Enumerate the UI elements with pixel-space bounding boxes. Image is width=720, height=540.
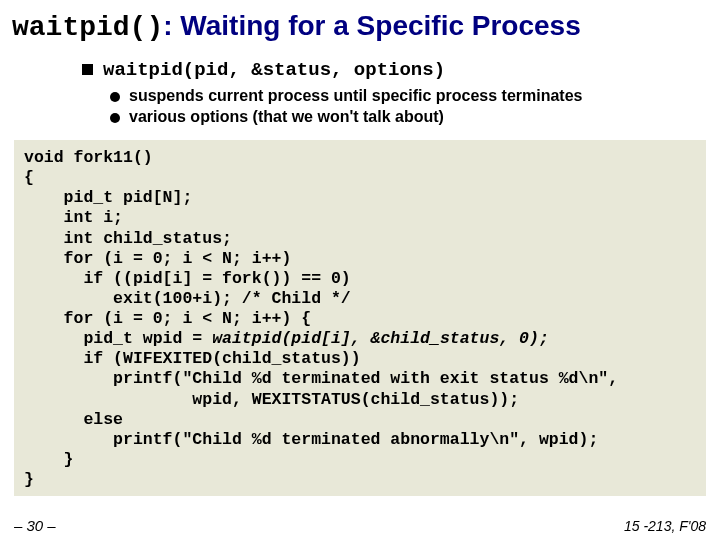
bullet-level-2: various options (that we won't talk abou… <box>110 108 708 126</box>
bullet-sub2-text: various options (that we won't talk abou… <box>129 108 444 126</box>
bullet-sub1-text: suspends current process until specific … <box>129 87 583 105</box>
bullet-level-1: waitpid(pid, &status, options) <box>82 59 708 81</box>
page-number: – 30 – <box>14 517 56 534</box>
round-bullet-icon <box>110 92 120 102</box>
code-content: void fork11() { pid_t pid[N]; int i; int… <box>24 148 618 489</box>
code-block: void fork11() { pid_t pid[N]; int i; int… <box>14 140 706 496</box>
square-bullet-icon <box>82 64 93 75</box>
bullet-list: waitpid(pid, &status, options) suspends … <box>82 59 708 126</box>
title-text: : Waiting for a Specific Process <box>163 10 581 41</box>
title-code: waitpid() <box>12 12 163 43</box>
course-label: 15 -213, F'08 <box>624 518 706 534</box>
slide: waitpid(): Waiting for a Specific Proces… <box>0 0 720 540</box>
bullet-level-2: suspends current process until specific … <box>110 87 708 105</box>
bullet-main-text: waitpid(pid, &status, options) <box>103 59 445 81</box>
slide-title: waitpid(): Waiting for a Specific Proces… <box>12 10 708 43</box>
round-bullet-icon <box>110 113 120 123</box>
